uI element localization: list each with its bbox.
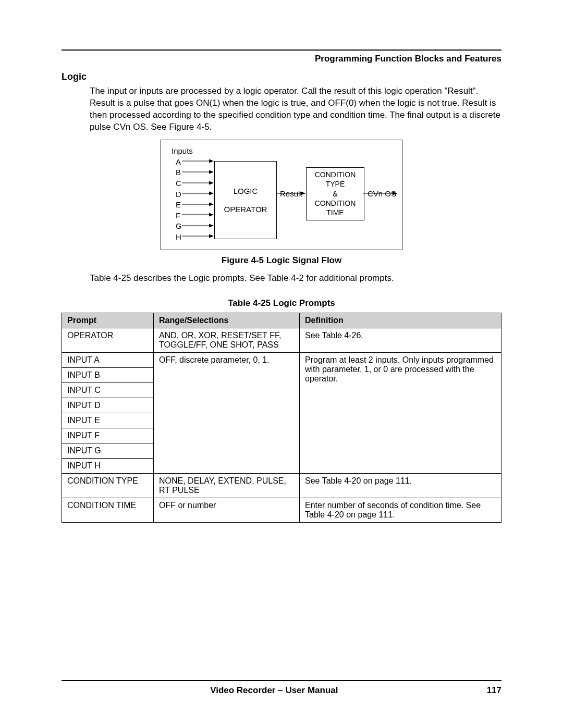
table-row: INPUT A OFF, discrete parameter, 0, 1. P…: [62, 352, 501, 367]
main-paragraph: The input or inputs are processed by a l…: [90, 85, 501, 133]
cell-def: Enter number of seconds of condition tim…: [300, 498, 501, 522]
cell-range: OFF or number: [154, 498, 300, 522]
logic-label: LOGIC: [234, 187, 258, 195]
footer-rule: [62, 680, 501, 681]
cell-prompt: INPUT G: [62, 443, 154, 458]
cond-type2: TYPE: [326, 179, 345, 189]
th-prompt: Prompt: [62, 313, 154, 328]
cell-range: NONE, DELAY, EXTEND, PULSE, RT PULSE: [154, 473, 300, 498]
cell-prompt: INPUT B: [62, 367, 154, 382]
cell-prompt: INPUT A: [62, 352, 154, 367]
cell-prompt: INPUT F: [62, 428, 154, 443]
top-rule: [62, 50, 501, 51]
th-range: Range/Selections: [154, 313, 300, 328]
table-row: CONDITION TIME OFF or number Enter numbe…: [62, 498, 501, 522]
cell-def: See Table 4-26.: [300, 328, 501, 352]
page-footer: Video Recorder – User Manual 117: [62, 685, 501, 696]
table-header-row: Prompt Range/Selections Definition: [62, 313, 501, 328]
cell-prompt: INPUT E: [62, 413, 154, 428]
cell-def: See Table 4-20 on page 111.: [300, 473, 501, 498]
table-row: CONDITION TYPE NONE, DELAY, EXTEND, PULS…: [62, 473, 501, 498]
input-b: B: [176, 167, 182, 178]
input-h: H: [176, 232, 182, 243]
cell-prompt: INPUT D: [62, 398, 154, 413]
input-f: F: [176, 211, 182, 221]
condition-box: CONDITION TYPE & CONDITION TIME: [306, 167, 364, 220]
input-a: A: [176, 157, 182, 168]
cell-def: Program at least 2 inputs. Only inputs p…: [300, 352, 501, 473]
input-e: E: [176, 200, 182, 211]
footer-title: Video Recorder – User Manual: [210, 685, 338, 696]
input-d: D: [176, 189, 182, 200]
cond-type1: CONDITION: [315, 170, 356, 179]
table-intro: Table 4-25 describes the Logic prompts. …: [90, 273, 501, 283]
table-caption: Table 4-25 Logic Prompts: [62, 298, 501, 309]
input-g: G: [176, 221, 182, 232]
figure-caption: Figure 4-5 Logic Signal Flow: [62, 255, 501, 266]
cvn-os-label: CVn OS: [368, 189, 396, 198]
logic-operator-box: LOGIC OPERATOR: [214, 161, 277, 239]
cell-prompt: INPUT C: [62, 382, 154, 398]
result-label: Result: [280, 189, 302, 198]
figure-wrap: Inputs A B C D E F G H LOGIC OPERATOR Re…: [62, 140, 501, 250]
footer-page: 117: [487, 685, 501, 696]
cell-prompt: INPUT H: [62, 458, 154, 473]
logic-prompts-table: Prompt Range/Selections Definition OPERA…: [62, 313, 501, 523]
figure-box: Inputs A B C D E F G H LOGIC OPERATOR Re…: [161, 140, 402, 250]
cell-prompt: CONDITION TYPE: [62, 473, 154, 498]
cond-time2: TIME: [326, 208, 344, 217]
th-def: Definition: [300, 313, 501, 328]
operator-label: OPERATOR: [224, 205, 267, 214]
cond-amp: &: [333, 189, 337, 199]
cell-prompt: CONDITION TIME: [62, 498, 154, 522]
section-title: Logic: [62, 71, 501, 82]
cell-range: AND, OR, XOR, RESET/SET FF, TOGGLE/FF, O…: [154, 328, 300, 352]
cell-prompt: OPERATOR: [62, 328, 154, 352]
input-letters: A B C D E F G H: [176, 157, 182, 243]
running-header: Programming Function Blocks and Features: [62, 54, 501, 64]
table-row: OPERATOR AND, OR, XOR, RESET/SET FF, TOG…: [62, 328, 501, 352]
input-c: C: [176, 178, 182, 189]
cell-range: OFF, discrete parameter, 0, 1.: [154, 352, 300, 473]
cond-time1: CONDITION: [315, 199, 356, 208]
inputs-heading: Inputs: [172, 146, 193, 155]
